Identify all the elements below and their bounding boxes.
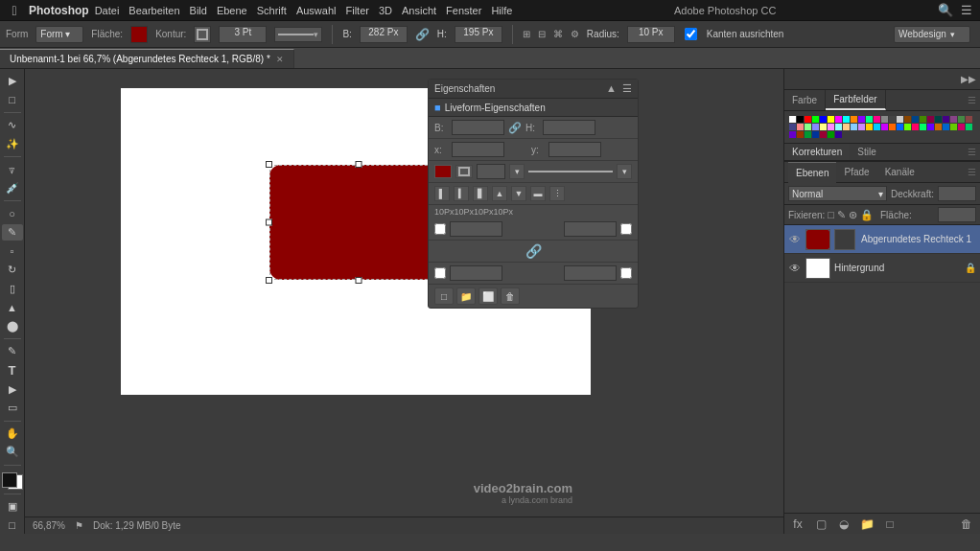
corner-br-checkbox[interactable]: [620, 267, 632, 279]
stroke-color-prop[interactable]: [455, 165, 473, 178]
lock-pixels-icon[interactable]: ✎: [837, 209, 846, 221]
screen-mode-tool[interactable]: □: [2, 517, 23, 534]
color-swatch[interactable]: [835, 124, 842, 130]
color-swatch[interactable]: [789, 116, 796, 123]
tab-pfade[interactable]: Pfade: [836, 162, 876, 183]
color-swatch[interactable]: [789, 131, 796, 138]
color-swatch[interactable]: [835, 131, 842, 138]
tab-farbfelder[interactable]: Farbfelder: [826, 90, 886, 110]
shape-tool[interactable]: ▭: [2, 400, 23, 417]
color-swatch[interactable]: [897, 116, 903, 123]
stroke-style-dropdown[interactable]: ▾: [274, 27, 322, 42]
align-middle-btn[interactable]: ▼: [511, 186, 526, 201]
mask-btn[interactable]: ⬜: [478, 287, 498, 305]
color-swatch[interactable]: [889, 124, 896, 130]
color-swatch[interactable]: [797, 131, 804, 138]
color-swatch[interactable]: [797, 124, 804, 130]
menu-datei[interactable]: Datei: [95, 5, 120, 16]
delete-layer-btn[interactable]: 🗑: [957, 516, 976, 533]
handle-bottom-left[interactable]: [266, 277, 272, 284]
tab-farbe[interactable]: Farbe: [784, 90, 826, 110]
move-tool[interactable]: ▶: [2, 73, 23, 90]
color-swatch[interactable]: [889, 116, 896, 123]
prop-width-input[interactable]: 282 Px: [452, 120, 504, 135]
color-swatch[interactable]: [920, 116, 926, 123]
color-swatch[interactable]: [943, 116, 949, 123]
apple-menu[interactable]: : [0, 3, 29, 18]
color-swatch[interactable]: [805, 116, 811, 123]
path-selection-tool[interactable]: ▶: [2, 380, 23, 398]
magic-wand-tool[interactable]: ✨: [2, 136, 23, 153]
distribute-btn[interactable]: ⋮: [549, 186, 565, 201]
panel-menu-icon[interactable]: ☰: [622, 82, 632, 95]
color-swatch[interactable]: [858, 124, 865, 130]
fill-input[interactable]: 100%: [938, 207, 976, 222]
marquee-tool[interactable]: □: [2, 92, 23, 109]
link-icon[interactable]: 🔗: [508, 122, 522, 134]
radius-input[interactable]: 10 Px: [627, 26, 675, 43]
color-swatches[interactable]: [2, 472, 23, 490]
color-swatch[interactable]: [789, 124, 796, 130]
color-swatch[interactable]: [950, 116, 957, 123]
liveform-section[interactable]: ■ Liveform-Eigenschaften: [429, 99, 638, 117]
color-swatch[interactable]: [943, 124, 949, 130]
color-swatch[interactable]: [851, 116, 857, 123]
brush-tool[interactable]: ✎: [2, 224, 23, 241]
crop-tool[interactable]: ⍒: [2, 161, 23, 178]
tab-close-button[interactable]: ✕: [276, 55, 284, 64]
delete-btn[interactable]: 🗑: [501, 287, 520, 305]
eraser-tool[interactable]: ▯: [2, 280, 23, 297]
color-swatch[interactable]: [881, 124, 888, 130]
layer-visibility-1[interactable]: 👁: [788, 262, 802, 275]
lock-transparency-icon[interactable]: □: [828, 209, 834, 220]
align-left-btn[interactable]: ▌: [434, 186, 450, 201]
lasso-tool[interactable]: ∿: [2, 117, 23, 134]
gradient-tool[interactable]: ▲: [2, 299, 23, 316]
color-swatch[interactable]: [874, 116, 880, 123]
hand-tool[interactable]: ✋: [2, 425, 23, 442]
handle-top-mid[interactable]: [355, 161, 362, 168]
color-swatch[interactable]: [904, 124, 911, 130]
new-layer-btn[interactable]: □: [434, 287, 454, 305]
corner-bl-input[interactable]: 10 Px: [450, 265, 502, 281]
color-swatch[interactable]: [828, 116, 834, 123]
menu-auswahl[interactable]: Auswahl: [296, 5, 337, 16]
stamp-tool[interactable]: ▫: [2, 242, 23, 260]
layer-item-0[interactable]: 👁 Abgerundetes Rechteck 1: [784, 225, 980, 254]
fill-color-prop-swatch[interactable]: [434, 165, 452, 178]
shape-layer[interactable]: [269, 165, 447, 280]
align-bottom-btn[interactable]: ▬: [530, 186, 546, 201]
menu-schrift[interactable]: Schrift: [257, 5, 287, 16]
stroke-style-btn[interactable]: ▾: [617, 164, 632, 179]
color-swatch[interactable]: [920, 124, 926, 130]
tab-korrekturen[interactable]: Korrekturen: [784, 144, 850, 160]
rounded-rectangle-shape[interactable]: [269, 165, 447, 280]
workspace-dropdown[interactable]: Webdesign ▾: [894, 26, 970, 43]
lock-position-icon[interactable]: ⊛: [849, 209, 857, 221]
menu-bild[interactable]: Bild: [190, 5, 207, 16]
menu-hilfe[interactable]: Hilfe: [491, 5, 512, 16]
handle-top-left[interactable]: [266, 161, 272, 168]
color-swatch[interactable]: [820, 124, 827, 130]
color-swatch[interactable]: [912, 116, 919, 123]
quick-mask-tool[interactable]: ▣: [2, 498, 23, 516]
color-swatch[interactable]: [820, 131, 827, 138]
text-tool[interactable]: T: [2, 362, 23, 379]
corner-tr-input[interactable]: 10 Px: [564, 221, 617, 237]
color-swatch[interactable]: [866, 124, 873, 130]
menu-fenster[interactable]: Fenster: [446, 5, 481, 16]
zoom-tool[interactable]: 🔍: [2, 444, 23, 461]
kanten-ausrichten-checkbox[interactable]: [685, 28, 697, 40]
color-swatch[interactable]: [912, 124, 919, 130]
healing-tool[interactable]: ○: [2, 205, 23, 222]
menu-bearbeiten[interactable]: Bearbeiten: [128, 5, 179, 16]
document-tab[interactable]: Unbenannt-1 bei 66,7% (Abgerundetes Rech…: [0, 49, 294, 68]
color-swatch[interactable]: [805, 131, 811, 138]
tab-ebenen[interactable]: Ebenen: [788, 162, 836, 183]
color-swatch[interactable]: [950, 124, 957, 130]
color-swatch[interactable]: [927, 124, 934, 130]
pen-tool[interactable]: ✎: [2, 343, 23, 360]
layer-item-1[interactable]: 👁 Hintergrund 🔒: [784, 254, 980, 283]
color-swatch[interactable]: [828, 131, 834, 138]
color-swatch[interactable]: [820, 116, 827, 123]
